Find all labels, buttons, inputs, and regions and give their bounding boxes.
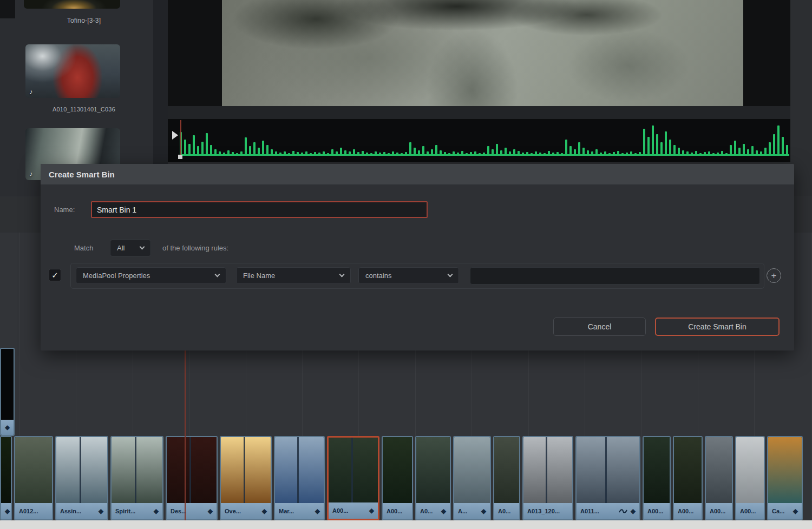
diamond-icon: ◆ xyxy=(441,508,446,514)
rule-field-dropdown[interactable]: File Name xyxy=(236,267,351,284)
waveform-position-marker[interactable] xyxy=(178,155,182,159)
clip-name-bar: Spirit...◆ xyxy=(112,503,162,519)
diamond-icon: ◆ xyxy=(793,508,798,514)
clip-name-bar: A00... xyxy=(736,503,764,519)
clip-thumbnail xyxy=(383,437,412,503)
clip-name-bar: Mar...◆ xyxy=(275,503,324,519)
media-pool-thumbnail-tofino[interactable] xyxy=(24,0,120,9)
clip-name-bar: A...◆ xyxy=(454,503,490,519)
clip-name-bar: Des...◆ xyxy=(167,503,217,519)
clip-label: A0... xyxy=(420,508,433,514)
clip-name-bar: A00... xyxy=(706,503,732,519)
rule-category-dropdown[interactable]: MediaPool Properties xyxy=(76,267,226,284)
media-pool-item-label: A010_11301401_C036 xyxy=(24,106,143,113)
clip-label: Des... xyxy=(171,508,186,514)
clip-thumbnail xyxy=(674,437,702,503)
clip-thumbnail xyxy=(706,437,732,503)
clip-name-bar: A011...◆ xyxy=(577,503,639,519)
bin-name-input[interactable] xyxy=(91,201,428,218)
check-icon: ✓ xyxy=(51,270,58,280)
timeline-clip[interactable]: A011...◆ xyxy=(575,436,640,520)
clip-thumbnail xyxy=(523,437,572,503)
create-smart-bin-dialog: Create Smart Bin Name: Match All of the … xyxy=(41,164,794,351)
clip-name-bar: ◆ xyxy=(1,503,11,519)
clip-thumbnail xyxy=(736,437,764,503)
diamond-icon: ◆ xyxy=(154,508,159,514)
clip-thumbnail xyxy=(329,438,378,502)
create-smart-bin-button[interactable]: Create Smart Bin xyxy=(655,318,780,336)
timeline-clip[interactable]: Ove...◆ xyxy=(220,436,272,520)
timeline-clip[interactable]: A00... xyxy=(643,436,671,520)
clip-label: A00... xyxy=(387,508,402,514)
clip-thumbnail xyxy=(15,437,52,503)
clip-frame-divider xyxy=(297,437,299,503)
clip-name-bar: A00... xyxy=(383,503,412,519)
diamond-icon: ◆ xyxy=(315,508,320,514)
clip-thumbnail xyxy=(644,437,670,503)
clip-frame-divider xyxy=(546,437,547,503)
timeline-clip[interactable]: ◆ xyxy=(0,436,12,520)
clip-thumbnail xyxy=(577,437,639,503)
timeline-clip[interactable]: A00... xyxy=(735,436,765,520)
clip-thumbnail xyxy=(275,437,324,503)
clip-name-bar: A00... xyxy=(644,503,670,519)
timeline-clip[interactable]: A...◆ xyxy=(453,436,491,520)
clip-name-bar: Assin...◆ xyxy=(56,503,107,519)
timeline-clip[interactable]: A012... xyxy=(14,436,53,520)
timeline-clip[interactable]: Mar...◆ xyxy=(274,436,325,520)
match-suffix-label: of the following rules: xyxy=(162,244,228,252)
timeline-clip[interactable]: Assin...◆ xyxy=(55,436,108,520)
clip-label: Ca... xyxy=(772,508,784,514)
rule-enabled-checkbox[interactable]: ✓ xyxy=(49,269,61,281)
clip-thumbnail xyxy=(494,437,519,503)
clip-frame-divider xyxy=(605,437,607,503)
match-mode-dropdown[interactable]: All xyxy=(110,240,151,256)
rule-operator-dropdown[interactable]: contains xyxy=(358,267,459,284)
clip-label: Assin... xyxy=(60,508,81,514)
timeline-left-track-clip[interactable]: ◆ xyxy=(0,348,15,436)
chevron-down-icon xyxy=(339,272,345,277)
timeline-clip[interactable]: A00... xyxy=(705,436,733,520)
timeline-clip[interactable]: A0... xyxy=(493,436,520,520)
clip-thumbnail xyxy=(454,437,490,503)
waveform-playhead[interactable] xyxy=(180,120,181,159)
chevron-down-icon xyxy=(215,272,220,277)
timeline-clip[interactable]: Ca...◆ xyxy=(767,436,803,520)
audio-waveform-strip[interactable] xyxy=(168,119,790,162)
clip-thumbnail xyxy=(221,437,271,503)
timeline-clip[interactable]: A013_120... xyxy=(522,436,573,520)
timeline-clip[interactable]: A00... xyxy=(382,436,413,520)
clip-label: A00... xyxy=(332,507,348,514)
plus-icon: + xyxy=(771,271,777,280)
timeline-clip[interactable]: A0...◆ xyxy=(415,436,451,520)
rule-value-input[interactable] xyxy=(470,267,760,285)
clip-label: Mar... xyxy=(279,508,294,514)
add-rule-button[interactable]: + xyxy=(767,268,781,283)
clip-frame-divider xyxy=(80,437,81,503)
clip-thumbnail xyxy=(416,437,450,503)
timeline-clip[interactable]: Spirit...◆ xyxy=(110,436,163,520)
timeline-clip-row: ◆A012...Assin...◆Spirit...◆Des...◆Ove...… xyxy=(0,436,812,520)
clip-label: Ove... xyxy=(225,508,241,514)
clip-label: A011... xyxy=(580,508,599,514)
clip-frame-divider xyxy=(135,437,136,503)
clip-thumbnail xyxy=(56,437,107,503)
clip-label: A012... xyxy=(19,508,38,514)
timeline-horizontal-scrollbar[interactable] xyxy=(0,520,812,529)
clip-name-bar: A0...◆ xyxy=(416,503,450,519)
diamond-icon: ◆ xyxy=(208,508,213,514)
clip-thumbnail xyxy=(1,437,11,503)
clip-label: Spirit... xyxy=(115,508,135,514)
timeline-clip[interactable]: A00... xyxy=(673,436,703,520)
play-marker-icon[interactable] xyxy=(172,131,178,140)
clip-label: A00... xyxy=(678,508,693,514)
clip-frame-divider xyxy=(351,438,353,502)
cancel-button[interactable]: Cancel xyxy=(553,318,646,336)
clip-label: A... xyxy=(458,508,467,514)
media-pool-item-label: Tofino-[3-3] xyxy=(24,17,143,24)
viewer-video-frame xyxy=(222,0,743,106)
media-pool-thumbnail-a010[interactable]: ♪ xyxy=(25,44,120,98)
diamond-icon: ◆ xyxy=(631,508,636,514)
timeline-clip-selected[interactable]: A00...◆ xyxy=(327,436,379,520)
timeline-clip[interactable]: Des...◆ xyxy=(166,436,218,520)
